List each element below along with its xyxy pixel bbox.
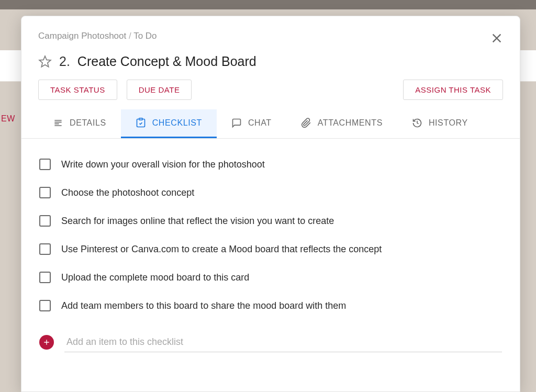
tab-attachments[interactable]: ATTACHMENTS <box>286 109 397 138</box>
checklist-item[interactable]: Add team members to this board to share … <box>37 292 504 320</box>
assign-task-button[interactable]: ASSIGN THIS TASK <box>403 80 503 100</box>
checkbox[interactable] <box>39 243 51 255</box>
checklist-item-label: Upload the complete mood board to this c… <box>61 272 249 283</box>
tab-chat[interactable]: CHAT <box>217 109 286 138</box>
checklist-item-label: Use Pinterest or Canva.com to create a M… <box>61 244 382 255</box>
tab-history-label: HISTORY <box>429 118 468 128</box>
task-status-button[interactable]: TASK STATUS <box>38 80 117 100</box>
tab-details[interactable]: DETAILS <box>38 109 121 138</box>
checklist-icon <box>136 118 146 128</box>
paperclip-icon <box>301 118 311 128</box>
tabs: DETAILS CHECKLIST CHAT ATTACHMENTS HISTO <box>21 109 520 139</box>
checklist-panel: Write down your overall vision for the p… <box>21 139 520 391</box>
checkbox[interactable] <box>39 272 51 283</box>
tab-checklist[interactable]: CHECKLIST <box>121 109 217 138</box>
close-button[interactable] <box>489 31 504 46</box>
action-row: TASK STATUS DUE DATE ASSIGN THIS TASK <box>38 80 503 100</box>
add-item-input[interactable] <box>64 332 502 352</box>
tab-checklist-label: CHECKLIST <box>152 118 202 128</box>
modal-header: Campaign Photoshoot / To Do 2. Create Co… <box>21 16 520 109</box>
task-title[interactable]: Create Concept & Mood Board <box>77 54 256 69</box>
due-date-button[interactable]: DUE DATE <box>127 80 192 100</box>
tab-details-label: DETAILS <box>70 118 106 128</box>
tab-history[interactable]: HISTORY <box>397 109 483 138</box>
history-icon <box>412 118 422 128</box>
app-titlebar <box>0 0 536 9</box>
add-item-button[interactable] <box>39 335 54 350</box>
add-item-row <box>37 320 504 356</box>
checklist-item-label: Search for images online that reflect th… <box>61 216 334 227</box>
title-row: 2. Create Concept & Mood Board <box>38 54 503 69</box>
checklist-item[interactable]: Upload the complete mood board to this c… <box>37 263 504 292</box>
checklist-item-label: Add team members to this board to share … <box>61 300 346 311</box>
tab-chat-label: CHAT <box>248 118 272 128</box>
checkbox[interactable] <box>39 187 51 198</box>
background-partial-label: EW <box>1 114 15 124</box>
task-modal: Campaign Photoshoot / To Do 2. Create Co… <box>21 16 520 392</box>
checklist-item-label: Write down your overall vision for the p… <box>61 159 265 170</box>
svg-rect-0 <box>139 118 142 120</box>
task-number: 2. <box>59 54 70 69</box>
checkbox[interactable] <box>39 159 51 170</box>
checklist-item[interactable]: Use Pinterest or Canva.com to create a M… <box>37 235 504 263</box>
star-icon[interactable] <box>38 55 52 69</box>
checklist-item[interactable]: Write down your overall vision for the p… <box>37 150 504 178</box>
list-icon <box>53 118 63 128</box>
breadcrumb-state: To Do <box>133 31 157 41</box>
plus-icon <box>42 338 51 346</box>
checklist-item[interactable]: Choose the photoshoot concept <box>37 178 504 207</box>
breadcrumb-separator: / <box>129 31 131 41</box>
checklist-item-label: Choose the photoshoot concept <box>61 187 194 198</box>
checkbox[interactable] <box>39 215 51 227</box>
checkbox[interactable] <box>39 300 51 311</box>
tab-attachments-label: ATTACHMENTS <box>318 118 383 128</box>
breadcrumb-parent: Campaign Photoshoot <box>38 31 126 41</box>
close-icon <box>489 31 504 46</box>
chat-icon <box>231 118 242 128</box>
checklist-item[interactable]: Search for images online that reflect th… <box>37 207 504 235</box>
breadcrumb[interactable]: Campaign Photoshoot / To Do <box>38 31 503 41</box>
